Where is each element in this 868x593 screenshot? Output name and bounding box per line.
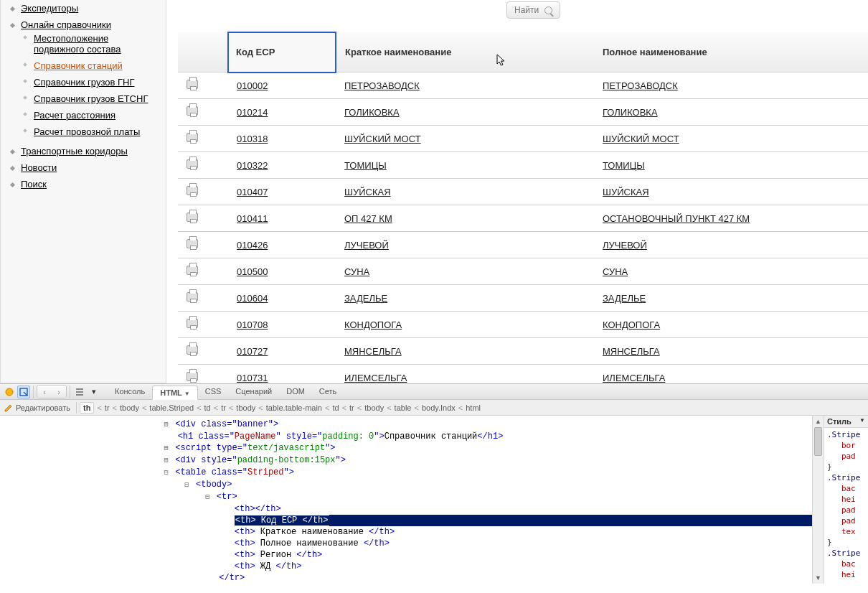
crumb-tr3[interactable]: tr bbox=[349, 403, 354, 412]
station-short-link[interactable]: ГОЛИКОВКА bbox=[344, 107, 400, 118]
station-short-link[interactable]: ЛУЧЕВОЙ bbox=[344, 240, 389, 251]
print-icon[interactable] bbox=[187, 239, 198, 248]
crumb-td[interactable]: td bbox=[204, 403, 211, 412]
station-short-link[interactable]: ОП 427 КМ bbox=[344, 213, 392, 224]
print-icon[interactable] bbox=[187, 159, 198, 169]
station-code-link[interactable]: 010318 bbox=[237, 134, 268, 144]
crumb-td2[interactable]: td bbox=[332, 403, 339, 412]
firebug-icon[interactable] bbox=[3, 386, 16, 398]
crumb-table-striped[interactable]: table.Striped bbox=[149, 403, 194, 412]
sidebar-item-ekspeditory[interactable]: Экспедиторы bbox=[6, 3, 78, 14]
tab-html[interactable]: HTML▼ bbox=[152, 386, 197, 400]
print-icon[interactable] bbox=[187, 372, 198, 381]
station-code-link[interactable]: 010604 bbox=[237, 293, 268, 304]
th-short-name[interactable]: Краткое наименование bbox=[336, 32, 594, 73]
print-icon[interactable] bbox=[187, 186, 198, 195]
tab-net[interactable]: Сеть bbox=[312, 385, 344, 399]
tab-script[interactable]: Сценарий bbox=[228, 385, 279, 399]
station-full-link[interactable]: ТОМИЦЫ bbox=[603, 160, 645, 171]
station-full-link[interactable]: СУНА bbox=[603, 266, 628, 277]
edit-button[interactable]: Редактировать bbox=[16, 403, 70, 412]
devtools-style-panel: Стиль▼ .Stripe bor pad } .Stripe bac hei… bbox=[824, 416, 868, 584]
station-short-link[interactable]: ШУЙСКИЙ МОСТ bbox=[344, 134, 421, 144]
station-short-link[interactable]: ПЕТРОЗАВОДСК bbox=[344, 80, 420, 91]
station-full-link[interactable]: ПЕТРОЗАВОДСК bbox=[603, 80, 678, 91]
menu-icon[interactable]: ▾ bbox=[88, 386, 100, 398]
tab-console[interactable]: Консоль bbox=[108, 385, 152, 399]
station-short-link[interactable]: КОНДОПОГА bbox=[344, 319, 402, 330]
print-icon[interactable] bbox=[187, 319, 198, 328]
station-full-link[interactable]: ЛУЧЕВОЙ bbox=[603, 240, 647, 251]
station-short-link[interactable]: ИЛЕМСЕЛЬГА bbox=[344, 373, 407, 383]
crumb-tbody[interactable]: tbody bbox=[120, 403, 139, 412]
sidebar-item-koridory[interactable]: Транспортные коридоры bbox=[6, 146, 128, 157]
print-icon[interactable] bbox=[187, 106, 198, 116]
nav-buttons[interactable]: ‹› bbox=[37, 385, 67, 398]
station-full-link[interactable]: ОСТАНОВОЧНЫЙ ПУНКТ 427 КМ bbox=[603, 213, 750, 224]
station-code-link[interactable]: 010500 bbox=[237, 266, 268, 277]
sidebar-sub-etsng[interactable]: Справочник грузов ЕТСНГ bbox=[34, 93, 148, 104]
print-icon[interactable] bbox=[187, 213, 198, 222]
crumb-body[interactable]: body.Indx bbox=[422, 403, 456, 412]
crumb-table-main[interactable]: table.table-main bbox=[266, 403, 322, 412]
crumb-html[interactable]: html bbox=[466, 403, 481, 412]
sidebar-item-poisk[interactable]: Поиск bbox=[6, 179, 47, 190]
station-code-link[interactable]: 010407 bbox=[237, 187, 268, 197]
th-print[interactable] bbox=[178, 32, 228, 73]
station-short-link[interactable]: ТОМИЦЫ bbox=[344, 160, 387, 171]
sidebar-item-online-spravochniki[interactable]: Онлайн справочники bbox=[6, 19, 111, 30]
station-code-link[interactable]: 010411 bbox=[237, 213, 268, 224]
crumb-tbody2[interactable]: tbody bbox=[236, 403, 255, 412]
station-full-link[interactable]: ЗАДЕЛЬЕ bbox=[603, 293, 646, 304]
scroll-down-icon[interactable]: ▼ bbox=[813, 572, 824, 584]
station-code-link[interactable]: 010002 bbox=[237, 80, 268, 91]
station-code-link[interactable]: 010322 bbox=[237, 160, 268, 171]
sidebar-sub-mestopolozhenie[interactable]: Местоположение подвижного состава bbox=[34, 33, 121, 55]
crumb-th[interactable]: th bbox=[80, 402, 94, 414]
station-full-link[interactable]: ИЛЕМСЕЛЬГА bbox=[603, 373, 665, 383]
search-button[interactable]: Найти bbox=[506, 1, 560, 19]
station-full-link[interactable]: ГОЛИКОВКА bbox=[603, 107, 658, 118]
station-code-link[interactable]: 010426 bbox=[237, 240, 268, 251]
station-code-link[interactable]: 010727 bbox=[237, 346, 268, 357]
crumb-table[interactable]: table bbox=[395, 403, 412, 412]
station-short-link[interactable]: ЗАДЕЛЬЕ bbox=[344, 293, 387, 304]
station-full-link[interactable]: КОНДОПОГА bbox=[603, 319, 660, 330]
print-icon[interactable] bbox=[187, 266, 198, 275]
print-icon[interactable] bbox=[187, 345, 198, 355]
nav-back-icon[interactable]: ‹ bbox=[37, 386, 52, 398]
devtools-html-tree[interactable]: ⊞ <div class="banner"> <h1 class="PageNa… bbox=[0, 416, 812, 584]
station-code-link[interactable]: 010731 bbox=[237, 373, 268, 383]
edit-icon[interactable] bbox=[4, 403, 13, 412]
inspect-icon[interactable] bbox=[17, 386, 30, 398]
style-dropdown-icon[interactable]: ▼ bbox=[859, 417, 865, 426]
th-code-ecr[interactable]: Код ЕСР bbox=[228, 32, 336, 73]
sidebar-sub-provoznoy[interactable]: Расчет провозной платы bbox=[34, 126, 140, 137]
print-icon[interactable] bbox=[187, 80, 198, 89]
devtools-scrollbar[interactable]: ▲ ▼ bbox=[812, 416, 824, 584]
list-icon[interactable] bbox=[73, 386, 86, 398]
station-full-link[interactable]: МЯНСЕЛЬГА bbox=[603, 346, 660, 357]
print-icon[interactable] bbox=[187, 133, 198, 142]
sidebar-sub-spravochnik-stanciy[interactable]: Справочник станций bbox=[34, 60, 123, 71]
scroll-thumb[interactable] bbox=[814, 427, 822, 456]
nav-fwd-icon[interactable]: › bbox=[52, 386, 66, 398]
crumb-tr[interactable]: tr bbox=[105, 403, 110, 412]
sidebar-sub-gng[interactable]: Справочник грузов ГНГ bbox=[34, 77, 134, 88]
station-short-link[interactable]: СУНА bbox=[344, 266, 369, 277]
crumb-tr2[interactable]: tr bbox=[221, 403, 226, 412]
station-code-link[interactable]: 010708 bbox=[237, 319, 268, 330]
scroll-up-icon[interactable]: ▲ bbox=[813, 416, 824, 427]
th-full-name[interactable]: Полное наименование bbox=[594, 32, 868, 73]
tab-dom[interactable]: DOM bbox=[279, 385, 312, 399]
station-short-link[interactable]: ШУЙСКАЯ bbox=[344, 187, 391, 197]
sidebar-item-novosti[interactable]: Новости bbox=[6, 162, 57, 173]
tab-css[interactable]: CSS bbox=[198, 385, 229, 399]
print-icon[interactable] bbox=[187, 292, 198, 302]
station-full-link[interactable]: ШУЙСКАЯ bbox=[603, 187, 649, 197]
station-short-link[interactable]: МЯНСЕЛЬГА bbox=[344, 346, 402, 357]
sidebar-sub-rasstoyaniya[interactable]: Расчет расстояния bbox=[34, 110, 115, 121]
crumb-tbody3[interactable]: tbody bbox=[364, 403, 384, 412]
station-full-link[interactable]: ШУЙСКИЙ МОСТ bbox=[603, 134, 679, 144]
station-code-link[interactable]: 010214 bbox=[237, 107, 268, 118]
